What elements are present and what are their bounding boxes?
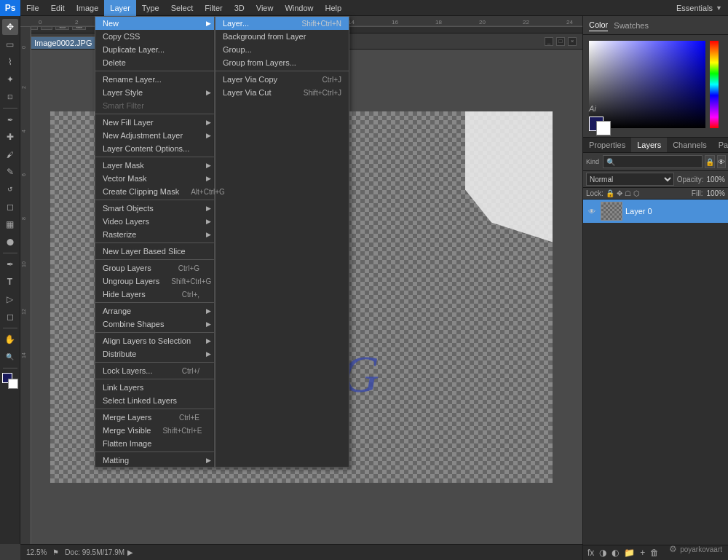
- eyedropper-tool[interactable]: ✒: [2, 111, 18, 127]
- submenu-layer[interactable]: Layer... Shift+Ctrl+N: [215, 17, 349, 30]
- swatches-tab[interactable]: Swatches: [614, 20, 649, 31]
- doc-minimize[interactable]: _: [545, 37, 553, 46]
- menu-new-layer-slice[interactable]: New Layer Based Slice: [95, 245, 214, 258]
- marquee-tool[interactable]: ▭: [2, 36, 18, 52]
- menu-select[interactable]: Select: [165, 0, 199, 16]
- menu-flatten-image[interactable]: Flatten Image: [95, 437, 214, 450]
- doc-close[interactable]: ×: [568, 37, 577, 46]
- menu-layer-content-opts[interactable]: Layer Content Options...: [95, 142, 214, 155]
- layer-eye-btn[interactable]: 👁: [717, 155, 726, 168]
- layers-tab[interactable]: Layers: [631, 138, 667, 152]
- menu-group-layers[interactable]: Group Layers Ctrl+G: [95, 261, 214, 275]
- heal-tool[interactable]: ✚: [2, 129, 18, 145]
- lasso-tool[interactable]: ⌇: [2, 54, 18, 70]
- menu-select-linked[interactable]: Select Linked Layers: [95, 394, 214, 407]
- menu-image[interactable]: Image: [71, 0, 105, 16]
- menu-layer-style[interactable]: Layer Style ▶: [95, 86, 214, 99]
- menu-lock-layers[interactable]: Lock Layers... Ctrl+/: [95, 364, 214, 377]
- workspace-dropdown[interactable]: Essentials ▼: [676, 4, 728, 12]
- menu-view[interactable]: View: [250, 0, 280, 16]
- add-mask-btn[interactable]: ◑: [598, 548, 608, 558]
- pen-tool[interactable]: ✒: [2, 256, 18, 272]
- move-tool[interactable]: ✥: [2, 19, 18, 35]
- menu-link-layers[interactable]: Link Layers: [95, 381, 214, 394]
- menu-edit[interactable]: Edit: [45, 0, 71, 16]
- menu-video-layers[interactable]: Video Layers ▶: [95, 215, 214, 228]
- fg-bg-colors[interactable]: [2, 373, 18, 389]
- menu-delete[interactable]: Delete: [95, 56, 214, 69]
- menu-new-adj-layer[interactable]: New Adjustment Layer ▶: [95, 129, 214, 142]
- layers-search-input[interactable]: [603, 155, 703, 168]
- stamp-tool[interactable]: ✎: [2, 164, 18, 180]
- menu-clipping-mask[interactable]: Create Clipping Mask Alt+Ctrl+G: [95, 185, 214, 198]
- color-hue-bar[interactable]: [710, 41, 719, 128]
- menu-smart-objects[interactable]: Smart Objects ▶: [95, 202, 214, 215]
- channels-tab[interactable]: Channels: [667, 138, 712, 152]
- type-tool[interactable]: T: [2, 274, 18, 290]
- layer-lock-btn[interactable]: 🔒: [705, 155, 715, 168]
- new-fill-adj-btn[interactable]: ◐: [610, 548, 620, 558]
- submenu-layer-via-cut[interactable]: Layer Via Cut Shift+Ctrl+J: [215, 86, 349, 99]
- menu-3d[interactable]: 3D: [229, 0, 250, 16]
- menu-file[interactable]: File: [20, 0, 45, 16]
- submenu-group[interactable]: Group...: [215, 43, 349, 56]
- crop-tool[interactable]: ⊡: [2, 89, 18, 105]
- menu-new[interactable]: New ▶: [95, 17, 214, 30]
- shape-tool[interactable]: ◻: [2, 309, 18, 325]
- lock-all-btn[interactable]: 🔒: [606, 189, 614, 197]
- menu-vector-mask[interactable]: Vector Mask ▶: [95, 172, 214, 185]
- menu-combine-shapes[interactable]: Combine Shapes ▶: [95, 318, 214, 331]
- menu-matting[interactable]: Matting ▶: [95, 454, 214, 467]
- menu-copy-css[interactable]: Copy CSS: [95, 30, 214, 43]
- menu-type[interactable]: Type: [136, 0, 165, 16]
- gradient-tool[interactable]: ▦: [2, 216, 18, 232]
- menu-hide-layers[interactable]: Hide Layers Ctrl+,: [95, 288, 214, 301]
- color-tab[interactable]: Color: [589, 19, 608, 31]
- burn-tool[interactable]: ⬤: [2, 234, 18, 250]
- menu-distribute[interactable]: Distribute ▶: [95, 347, 214, 360]
- menu-align-layers[interactable]: Align Layers to Selection ▶: [95, 334, 214, 347]
- new-layer-btn[interactable]: +: [638, 548, 646, 558]
- menu-arrange[interactable]: Arrange ▶: [95, 304, 214, 318]
- menu-window[interactable]: Window: [279, 0, 319, 16]
- path-tool[interactable]: ▷: [2, 291, 18, 307]
- history-tool[interactable]: ↺: [2, 181, 18, 197]
- menu-merge-layers[interactable]: Merge Layers Ctrl+E: [95, 411, 214, 424]
- new-group-btn[interactable]: 📁: [622, 548, 636, 558]
- color-gradient[interactable]: [589, 41, 705, 128]
- color-picker-area[interactable]: Ai: [583, 35, 728, 137]
- fill-value[interactable]: 100%: [706, 189, 725, 197]
- eraser-tool[interactable]: ◻: [2, 199, 18, 215]
- brush-tool[interactable]: 🖌: [2, 146, 18, 162]
- opacity-value[interactable]: 100%: [706, 176, 725, 184]
- paths-tab[interactable]: Paths: [713, 138, 728, 152]
- background-color-swatch[interactable]: [596, 121, 611, 135]
- menu-rename-layer[interactable]: Rename Layer...: [95, 73, 214, 86]
- menu-new-fill-layer[interactable]: New Fill Layer ▶: [95, 116, 214, 129]
- menu-merge-visible[interactable]: Merge Visible Shift+Ctrl+E: [95, 424, 214, 437]
- lock-artboard-btn[interactable]: ⬡: [633, 189, 640, 197]
- layer-0-row[interactable]: 👁 Layer 0: [583, 200, 728, 223]
- menu-help[interactable]: Help: [320, 0, 348, 16]
- menu-ungroup-layers[interactable]: Ungroup Layers Shift+Ctrl+G: [95, 275, 214, 288]
- lock-position-btn[interactable]: ✥: [617, 189, 622, 197]
- wand-tool[interactable]: ✦: [2, 71, 18, 87]
- submenu-background-from-layer[interactable]: Background from Layer: [215, 30, 349, 43]
- blend-mode-select[interactable]: Normal Multiply Screen: [586, 173, 674, 186]
- delete-layer-btn[interactable]: 🗑: [649, 548, 660, 558]
- submenu-group-from-layers[interactable]: Group from Layers...: [215, 56, 349, 69]
- menu-duplicate-layer[interactable]: Duplicate Layer...: [95, 43, 214, 56]
- hand-tool[interactable]: ✋: [2, 331, 18, 347]
- menu-layer[interactable]: Layer: [104, 0, 136, 16]
- layer-visibility-icon[interactable]: 👁: [586, 205, 598, 217]
- menu-rasterize[interactable]: Rasterize ▶: [95, 228, 214, 241]
- menu-layer-mask[interactable]: Layer Mask ▶: [95, 159, 214, 172]
- zoom-tool[interactable]: 🔍: [2, 349, 18, 365]
- doc-maximize[interactable]: □: [556, 37, 565, 46]
- add-style-btn[interactable]: fx: [586, 548, 596, 558]
- lock-image-btn[interactable]: ☖: [625, 189, 631, 197]
- menu-filter[interactable]: Filter: [199, 0, 228, 16]
- submenu-layer-via-copy[interactable]: Layer Via Copy Ctrl+J: [215, 73, 349, 86]
- properties-tab[interactable]: Properties: [583, 138, 631, 152]
- submenu-arrow-align: ▶: [206, 337, 211, 344]
